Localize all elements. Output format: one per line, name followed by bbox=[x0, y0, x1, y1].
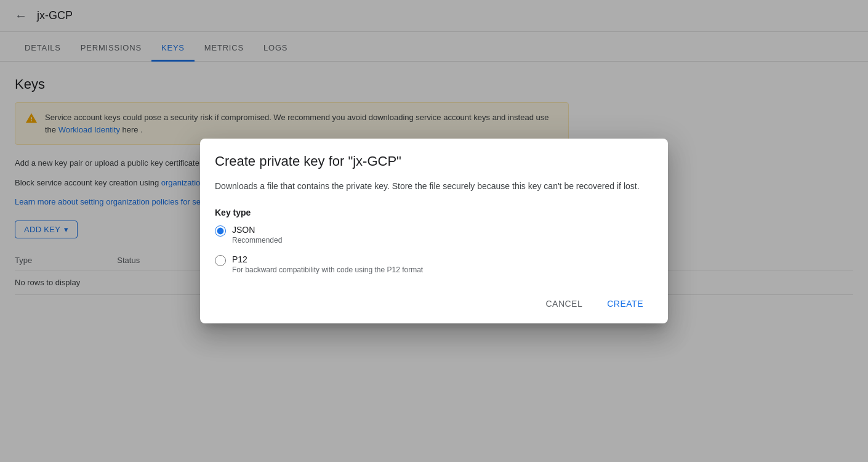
p12-option-desc: For backward compatibility with code usi… bbox=[232, 265, 423, 274]
p12-radio-input[interactable] bbox=[215, 255, 226, 266]
json-option-name: JSON bbox=[232, 225, 282, 235]
json-option-content: JSON Recommended bbox=[232, 225, 282, 245]
p12-radio-option[interactable]: P12 For backward compatibility with code… bbox=[215, 254, 653, 274]
key-type-label: Key type bbox=[215, 208, 653, 217]
dialog-actions: CANCEL CREATE bbox=[215, 289, 653, 314]
p12-option-name: P12 bbox=[232, 254, 423, 264]
create-button[interactable]: CREATE bbox=[597, 294, 653, 314]
json-radio-option[interactable]: JSON Recommended bbox=[215, 225, 653, 245]
create-key-dialog: Create private key for "jx-GCP" Download… bbox=[200, 139, 668, 323]
modal-overlay: Create private key for "jx-GCP" Download… bbox=[0, 0, 868, 462]
json-option-desc: Recommended bbox=[232, 236, 282, 245]
page-background: ← jx-GCP DETAILS PERMISSIONS KEYS METRIC… bbox=[0, 0, 868, 462]
p12-option-content: P12 For backward compatibility with code… bbox=[232, 254, 423, 274]
dialog-description: Downloads a file that contains the priva… bbox=[215, 179, 653, 193]
cancel-button[interactable]: CANCEL bbox=[536, 294, 592, 314]
json-radio-input[interactable] bbox=[215, 225, 226, 237]
dialog-title: Create private key for "jx-GCP" bbox=[215, 153, 653, 169]
